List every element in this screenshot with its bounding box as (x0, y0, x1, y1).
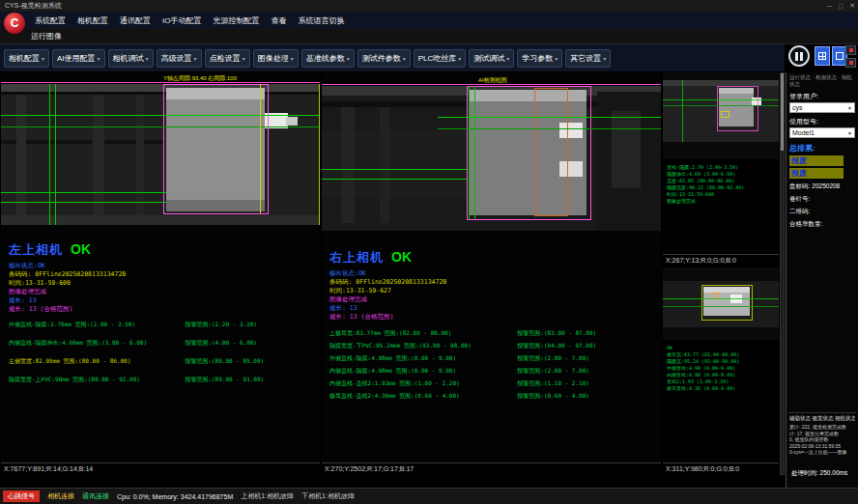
thumbnail-camera-4[interactable]: OK极耳宽:83.77 (82.00-88.00)隔膜宽:95.24 (93.0… (663, 267, 779, 475)
measurement-value: 左侧宽度:82.05mm 范围:(80.00 - 86.00) (9, 357, 185, 366)
field-label: 二维码: (789, 208, 810, 214)
stats-panel: 辅助状态 视觉状态 相机状态 累计: 222, 视觉检测完成数计: 17, 视觉… (788, 412, 856, 456)
model-select[interactable]: Model1 ▼ (789, 127, 855, 138)
toolbar-button[interactable]: 图像处理 (253, 49, 299, 68)
pause-button[interactable] (788, 45, 810, 67)
measurement-row: 极耳直线-直线2:4.36mm 范围:(0.60 - 4.00) 报警范围:(0… (329, 392, 659, 405)
thumbnail-scrollbar[interactable] (780, 72, 785, 475)
menu-item[interactable]: 通讯配置 (114, 14, 157, 28)
menu-item[interactable]: 系统语言切换 (292, 14, 350, 28)
menu-item[interactable]: IO手动配置 (157, 14, 207, 28)
close-icon[interactable]: ✕ (849, 2, 855, 10)
measurement-row: 内侧直线-直线2:1.93mm 范围:(1.00 - 2.20) 报警范围:(1… (329, 379, 659, 392)
login-user-label: 登录用户: (789, 92, 855, 101)
spec-line: 规长: 13 (合格范围) (9, 305, 126, 314)
menu-item[interactable]: 查看 (265, 14, 292, 28)
toolbar-button[interactable]: 测试件参数 (358, 49, 411, 68)
thumbnail-camera-3[interactable]: 直线-隔膜:2.70 (2.00-3.50)隔膜伸出:4.60 (3.00-6.… (663, 72, 779, 266)
alarm-range: 报警范围:(2.00 - 7.00) (517, 354, 659, 363)
red-dot-icon (849, 48, 853, 52)
ai-detect-annotation: AI检测框图 (478, 76, 507, 85)
minimize-icon[interactable]: ─ (827, 3, 832, 10)
alarm-range: 报警范围:(80.00 - 85.00) (185, 357, 318, 366)
left-camera-view[interactable]: Y轴左间隙:93.40 右间隙:100 左上相机OK 输出状态:OK 条码码: … (1, 72, 320, 475)
title-bar: CYS-视觉检测系统 ─ □ ✕ (0, 0, 858, 12)
measurement-row: 隔膜宽度-上PVC:90mm 范围:(88.00 - 92.00) 报警范围:(… (9, 376, 318, 394)
right-camera-info: 右上相机OK 输出状态:OK 条码码: 0FFline2025020813313… (329, 249, 446, 322)
thumb-measure-line: 隔膜宽度:90.12 (88.00-92.00) (667, 184, 744, 191)
camera-name: 右上相机 (329, 250, 384, 265)
menu-bar: 系统配置相机配置通讯配置IO手动配置光源控制配置查看系统语言切换 (0, 12, 858, 29)
toolbar-button[interactable]: AI使用配置 (52, 49, 105, 68)
alarm-range: 报警范围:(89.00 - 91.00) (185, 376, 318, 384)
thumb2-coordinate-readout: X:311;Y:980;R:0;G:0;B:0 (663, 462, 779, 475)
thumb-measure-line: 内侧直线:4.98 (0.00-9.00) (667, 372, 739, 378)
thumb1-image[interactable] (663, 72, 779, 159)
pause-icon (795, 52, 798, 61)
measurement-value: 上极耳宽:83.77mm 范围:(82.00 - 88.00) (329, 329, 517, 338)
alarm-range: 报警范围:(83.00 - 87.00) (517, 329, 659, 338)
login-user-select[interactable]: cys ▼ (789, 102, 855, 113)
toolbar-button[interactable]: 点检设置 (205, 49, 250, 68)
toolbar-button[interactable]: 测试调试 (469, 49, 514, 68)
thumb-measure-line: OK (667, 345, 739, 351)
app-window: CYS-视觉检测系统 ─ □ ✕ C 系统配置相机配置通讯配置IO手动配置光源控… (0, 0, 858, 504)
maximize-icon[interactable]: □ (839, 3, 843, 10)
toolbar-button[interactable]: 相机配置 (4, 49, 49, 68)
measurement-value: 内侧直线-隔膜伸出:4.60mm 范围:(3.00 - 6.00) (9, 339, 185, 348)
menu-items: 系统配置相机配置通讯配置IO手动配置光源控制配置查看系统语言切换 (29, 14, 350, 28)
stat-line: 累计: 222, 视觉检测完成数 (789, 424, 855, 431)
right-camera-view[interactable]: AI检测框图 右上相机OK 输出状态:OK 条码码: 0FFline202502… (322, 72, 661, 475)
toolbar-button[interactable]: PLC吃丝库 (414, 49, 467, 68)
red-dot-icon (849, 61, 853, 65)
toolbar: 相机配置AI使用配置相机调试高级设置点检设置图像处理基准线参数测试件参数PLC吃… (0, 44, 785, 71)
sidebar-field: 卷针号: (789, 195, 855, 204)
time-line: 时间:13-31-59-600 (9, 279, 126, 288)
sidebar-hint: 运行状态 · 检测状态 · 相机状态 (789, 74, 855, 88)
menu-item[interactable]: 相机配置 (72, 14, 114, 28)
thumb-measure-line: 直线-隔膜:2.70 (2.00-3.50) (667, 164, 744, 171)
toolbar-button[interactable]: 高级设置 (157, 49, 202, 68)
measurement-row: 隔膜宽度-下PVC:95.24mm 范围:(93.00 - 98.00) 报警范… (329, 342, 659, 354)
process-line: 图像处理完成 (9, 288, 126, 296)
count-line: 规长: 13 (329, 304, 446, 313)
toolbar-button[interactable]: 基准线参数 (301, 49, 355, 68)
output-status: 输出状态:OK (329, 269, 446, 278)
scrollbar-thumb[interactable] (781, 73, 784, 151)
toolbar-button[interactable]: 相机调试 (108, 49, 154, 68)
measurement-value: 极耳直线-直线2:4.36mm 范围:(0.60 - 4.00) (329, 392, 517, 401)
red-indicator-button-1[interactable] (845, 45, 856, 55)
alarm-range: 报警范围:(4.00 - 6.00) (185, 339, 318, 348)
status-ok: OK (71, 241, 91, 257)
toolbar-button[interactable]: 其它设置 (565, 49, 611, 68)
scrap-flag: 报废 (789, 155, 844, 166)
toolbar-button[interactable]: 学习参数 (517, 49, 562, 68)
sidebar-field: 二维码: (789, 208, 855, 216)
scrap-flag: 报废 (789, 168, 844, 179)
square-icon (836, 52, 844, 60)
layout-grid-button[interactable] (815, 46, 830, 66)
measurement-value: 外侧直线-隔膜:4.98mm 范围:(0.00 - 9.00) (329, 354, 517, 363)
menu-item[interactable]: 系统配置 (29, 14, 72, 28)
alarm-range: 报警范围:(0.60 - 4.00) (517, 392, 659, 401)
measurement-row: 上极耳宽:83.77mm 范围:(82.00 - 88.00) 报警范围:(83… (329, 329, 659, 342)
total-label: 总排累: (789, 143, 855, 154)
sidebar-field: 合格率数量: (789, 220, 855, 229)
measurement-row: 左侧宽度:82.05mm 范围:(80.00 - 86.00) 报警范围:(80… (9, 357, 318, 376)
thumb2-image[interactable] (663, 267, 779, 340)
process-line: 图像处理完成 (329, 295, 446, 304)
measurement-value: 外侧直线-隔膜:2.70mm 范围:(2.00 - 3.50) (9, 321, 185, 329)
right-sidebar: 运行状态 · 检测状态 · 相机状态 登录用户: cys ▼ 使用型号: Mod… (786, 72, 858, 488)
thumb-measure-line: 宽度:82.05 (80.00-86.00) (667, 178, 744, 184)
chevron-down-icon: ▼ (847, 130, 852, 136)
red-indicator-button-2[interactable] (845, 58, 856, 68)
right-coordinate-readout: X:270;Y:2502;R:17;G:17;B:17 (322, 462, 661, 475)
cpu-memory-readout: Cpu: 0.0%; Memory: 3424.41796875M (117, 493, 233, 500)
tab-run-image[interactable]: 运行图像 (31, 31, 62, 42)
comm-link-status: 通讯连接 (82, 491, 109, 501)
field-label: 卷针号: (789, 195, 810, 202)
thumb2-measurements: OK极耳宽:83.77 (82.00-88.00)隔膜宽:95.24 (93.0… (667, 345, 739, 392)
process-time: 处理时间: 250.00ms (791, 469, 847, 478)
chevron-down-icon: ▼ (847, 105, 852, 111)
menu-item[interactable]: 光源控制配置 (207, 14, 265, 28)
